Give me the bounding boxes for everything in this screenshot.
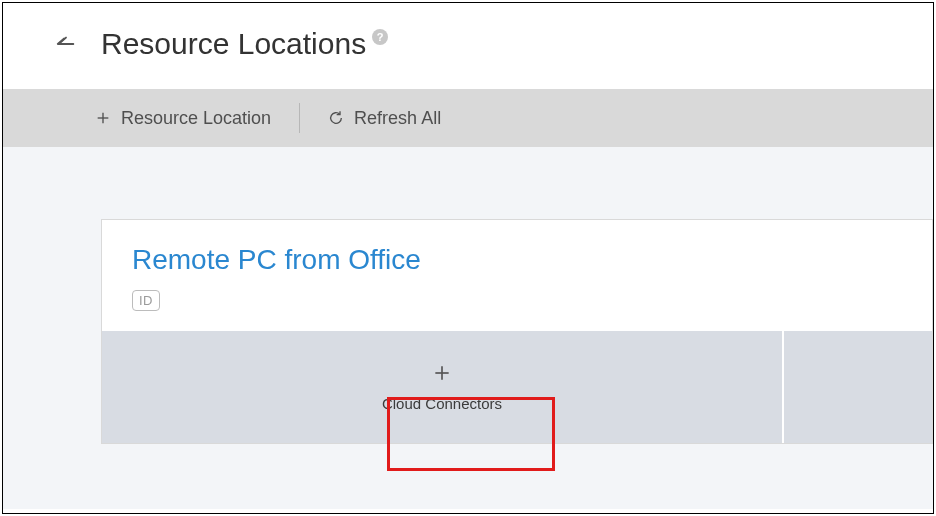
card-header: Remote PC from Office ID — [102, 220, 932, 331]
action-divider — [782, 331, 784, 443]
help-icon[interactable]: ? — [372, 29, 388, 45]
add-resource-location-label: Resource Location — [121, 108, 271, 129]
add-resource-location-button[interactable]: Resource Location — [95, 108, 271, 129]
page-title: Resource Locations ? — [101, 27, 388, 61]
page-header: Resource Locations ? — [3, 3, 933, 89]
plus-icon — [432, 363, 452, 387]
toolbar: Resource Location Refresh All — [3, 89, 933, 147]
cloud-connectors-label: Cloud Connectors — [382, 395, 502, 412]
resource-location-card: Remote PC from Office ID Cloud Connector… — [101, 219, 933, 444]
refresh-all-button[interactable]: Refresh All — [328, 108, 441, 129]
refresh-all-label: Refresh All — [354, 108, 441, 129]
app-frame: Resource Locations ? Resource Location R… — [2, 2, 934, 514]
content-area: Remote PC from Office ID Cloud Connector… — [3, 147, 933, 509]
id-badge[interactable]: ID — [132, 290, 160, 311]
toolbar-divider — [299, 103, 300, 133]
plus-icon — [95, 110, 111, 126]
page-title-text: Resource Locations — [101, 27, 366, 61]
card-actions-row: Cloud Connectors — [102, 331, 932, 443]
resource-location-title[interactable]: Remote PC from Office — [132, 244, 902, 276]
back-icon[interactable] — [55, 33, 77, 55]
add-cloud-connectors-button[interactable]: Cloud Connectors — [102, 331, 782, 443]
refresh-icon — [328, 110, 344, 126]
